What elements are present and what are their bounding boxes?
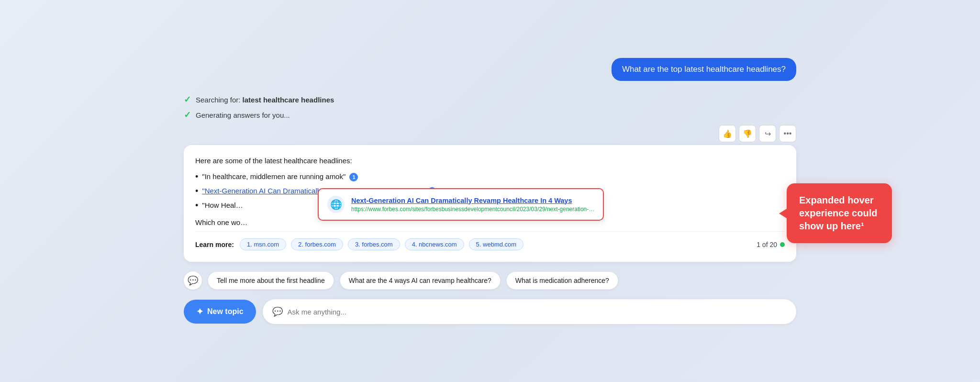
thumbs-down-icon: 👎 xyxy=(743,129,752,138)
answer-area: Here are some of the latest healthcare h… xyxy=(184,145,796,262)
status-text-1: Searching for: latest healthcare headlin… xyxy=(196,96,334,104)
popup-content: Next-Generation AI Can Dramatically Reva… xyxy=(351,197,594,213)
learn-more-row: Learn more: 1. msn.com 2. forbes.com 3. … xyxy=(195,231,785,250)
citation-1: 1 xyxy=(349,173,358,181)
more-button[interactable]: ••• xyxy=(779,125,796,142)
toolbar-row: 👍 👎 ↪ ••• xyxy=(184,125,796,142)
hover-popup: 🌐 Next-Generation AI Can Dramatically Re… xyxy=(318,188,604,221)
new-topic-icon: ✦ xyxy=(196,306,203,317)
status-line-1: ✓ Searching for: latest healthcare headl… xyxy=(184,94,796,105)
thumbs-up-button[interactable]: 👍 xyxy=(719,125,736,142)
expanded-callout: Expanded hover experience could show up … xyxy=(787,183,892,243)
status-prefix: Searching for: xyxy=(196,96,243,104)
thumbs-up-icon: 👍 xyxy=(723,129,732,138)
bullet-text-3: "How Heal… xyxy=(202,201,243,209)
page-number: 1 of 20 xyxy=(757,241,777,248)
list-item-1: "In healthcare, middlemen are running am… xyxy=(195,172,785,182)
suggestion-chip-1[interactable]: Tell me more about the first headline xyxy=(208,271,334,290)
search-input-wrap: 💬 xyxy=(263,299,796,324)
user-message-row: What are the top latest healthcare headl… xyxy=(184,58,796,81)
globe-icon: 🌐 xyxy=(327,196,345,213)
message-input-icon: 💬 xyxy=(272,306,283,317)
popup-url: https://www.forbes.com/sites/forbesbusin… xyxy=(351,206,594,213)
share-button[interactable]: ↪ xyxy=(759,125,776,142)
new-topic-label: New topic xyxy=(207,307,244,316)
check-icon-1: ✓ xyxy=(184,94,191,105)
status-line-2: ✓ Generating answers for you... xyxy=(184,110,796,120)
chat-bubble-icon: 💬 xyxy=(184,271,202,290)
status-bold: latest healthcare headlines xyxy=(243,96,334,104)
suggestion-chip-2[interactable]: What are the 4 ways AI can revamp health… xyxy=(340,271,501,290)
learn-more-label: Learn more: xyxy=(195,241,234,248)
main-container: What are the top latest healthcare headl… xyxy=(155,48,825,334)
input-row: ✦ New topic 💬 xyxy=(184,299,796,324)
source-chip-3[interactable]: 3. forbes.com xyxy=(348,238,400,250)
check-icon-2: ✓ xyxy=(184,110,191,120)
suggestion-chip-3[interactable]: What is medication adherence? xyxy=(506,271,618,290)
source-chip-1[interactable]: 1. msn.com xyxy=(240,238,286,250)
user-bubble: What are the top latest healthcare headl… xyxy=(612,58,796,81)
more-icon: ••• xyxy=(784,129,792,138)
page-counter: 1 of 20 xyxy=(757,241,785,248)
new-topic-button[interactable]: ✦ New topic xyxy=(184,300,256,324)
source-chip-5[interactable]: 5. webmd.com xyxy=(469,238,524,250)
toolbar: 👍 👎 ↪ ••• xyxy=(719,125,796,142)
live-indicator xyxy=(780,242,785,247)
share-icon: ↪ xyxy=(765,129,771,138)
source-chip-2[interactable]: 2. forbes.com xyxy=(291,238,343,250)
bullet-text-1: "In healthcare, middlemen are running am… xyxy=(202,172,358,181)
thumbs-down-button[interactable]: 👎 xyxy=(739,125,756,142)
suggestions-row: 💬 Tell me more about the first headline … xyxy=(184,271,796,290)
status-generating: Generating answers for you... xyxy=(196,111,290,119)
popup-title[interactable]: Next-Generation AI Can Dramatically Reva… xyxy=(351,197,594,204)
answer-intro: Here are some of the latest healthcare h… xyxy=(195,157,785,165)
search-input[interactable] xyxy=(288,308,787,316)
source-chip-4[interactable]: 4. nbcnews.com xyxy=(405,238,464,250)
